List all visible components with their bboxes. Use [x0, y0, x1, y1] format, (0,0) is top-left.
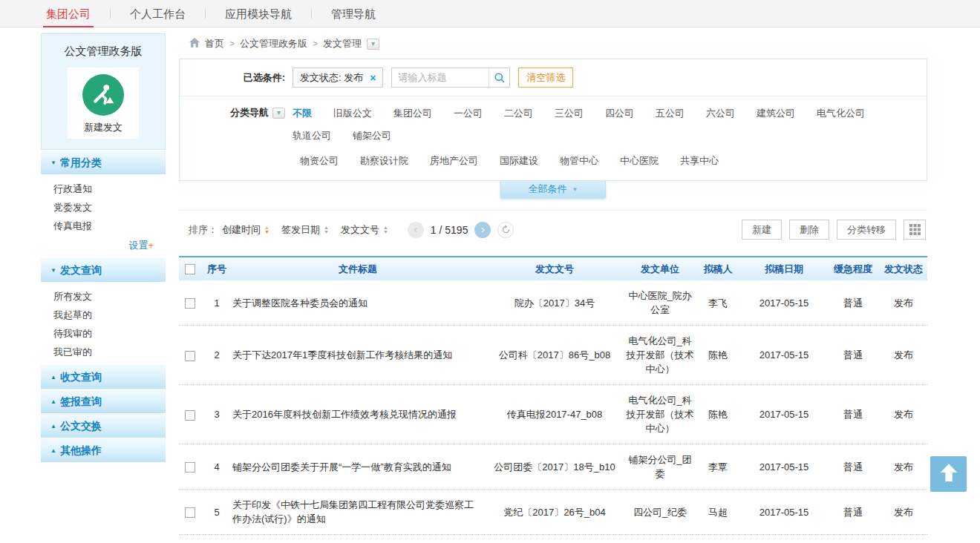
doc-title-link[interactable]: 关于调整医院各种委员会的通知	[232, 296, 483, 310]
doc-drafter: 陈艳	[694, 407, 742, 421]
sort-by-create-time-label: 创建时间	[222, 223, 261, 237]
doc-drafter: 李覃	[694, 460, 742, 474]
doc-urgency: 普通	[826, 296, 880, 310]
doc-status: 发布	[880, 505, 927, 519]
back-to-top-button[interactable]	[930, 456, 967, 492]
home-icon[interactable]	[189, 38, 200, 50]
doc-urgency: 普通	[826, 505, 880, 519]
category-item[interactable]: 五公司	[656, 106, 685, 121]
sidebar-item-admin-notice[interactable]: 行政通知	[41, 180, 166, 198]
doc-title-link[interactable]: 关于印发《中铁十七局集团第四工程有限公司党委巡察工作办法(试行)》的通知	[232, 498, 483, 526]
category-item[interactable]: 四公司	[605, 106, 634, 121]
doc-date: 2017-05-15	[742, 460, 826, 474]
category-item[interactable]: 轨道公司	[293, 128, 331, 143]
sidebar-item-party-doc[interactable]: 党委发文	[41, 198, 166, 217]
category-item-unlimited[interactable]: 不限	[293, 106, 312, 121]
doc-number: 公司科〔2017〕86号_b08	[483, 348, 626, 362]
category-item[interactable]: 物管中心	[560, 154, 598, 168]
row-checkbox[interactable]	[185, 462, 195, 473]
category-item[interactable]: 集团公司	[393, 106, 432, 121]
breadcrumb-level2[interactable]: 发文管理	[323, 37, 362, 50]
category-transfer-button[interactable]: 分类转移	[837, 220, 896, 240]
nav-item-group-company[interactable]: 集团公司	[27, 0, 110, 27]
prev-page-icon[interactable]	[408, 222, 424, 238]
row-number: 5	[201, 505, 232, 519]
new-button[interactable]: 新建	[742, 220, 782, 240]
refresh-icon[interactable]	[497, 222, 514, 238]
header-urgency: 缓急程度	[826, 263, 880, 276]
sidebar-item-reviewed-by-me[interactable]: 我已审的	[41, 343, 166, 361]
breadcrumb-dropdown-icon[interactable]	[367, 39, 379, 50]
select-all-checkbox[interactable]	[185, 264, 195, 274]
top-nav-bar: 集团公司 个人工作台 应用模块导航 管理导航	[0, 0, 980, 27]
sidebar-section-incoming-query[interactable]: 收文查询	[41, 364, 166, 389]
sidebar-item-my-drafts[interactable]: 我起草的	[41, 306, 166, 324]
close-icon[interactable]	[370, 73, 376, 83]
settings-plus-icon[interactable]: +	[148, 240, 154, 251]
search-icon[interactable]	[489, 68, 509, 87]
header-doc-number: 发文文号	[483, 263, 626, 276]
row-checkbox[interactable]	[185, 507, 195, 518]
doc-title-link[interactable]: 铺架分公司团委关于开展“一学一做”教育实践的通知	[232, 460, 483, 474]
nav-item-admin-nav[interactable]: 管理导航	[312, 0, 395, 27]
category-item[interactable]: 旧版公文	[333, 106, 372, 121]
delete-button[interactable]: 删除	[789, 220, 829, 240]
grid-view-icon[interactable]	[904, 220, 926, 240]
selected-conditions-label: 已选条件:	[180, 71, 293, 85]
sidebar-section-doc-exchange[interactable]: 公文交换	[41, 413, 166, 438]
doc-status: 发布	[880, 460, 927, 474]
all-conditions-button[interactable]: 全部条件	[500, 181, 606, 198]
inline-pager: 1 / 5195	[408, 222, 514, 238]
category-item[interactable]: 房地产公司	[430, 154, 478, 168]
next-page-icon[interactable]	[474, 222, 491, 238]
settings-link[interactable]: 设置	[128, 240, 148, 251]
sort-by-doc-number[interactable]: 发文文号	[341, 223, 388, 237]
doc-number: 党纪〔2017〕26号_b04	[483, 505, 626, 519]
clear-filters-button[interactable]: 清空筛选	[518, 68, 573, 88]
category-nav-dropdown-icon[interactable]	[272, 108, 285, 119]
category-item[interactable]: 电气化公司	[817, 106, 865, 121]
doc-title-link[interactable]: 关于2016年度科技创新工作绩效考核兑现情况的通报	[232, 407, 483, 421]
category-item[interactable]: 勘察设计院	[360, 154, 408, 168]
doc-unit: 电气化公司_科技开发部（技术中心）	[626, 393, 694, 435]
row-number: 4	[201, 460, 232, 474]
header-title: 文件标题	[232, 263, 483, 276]
category-item[interactable]: 三公司	[555, 106, 584, 121]
nav-item-app-modules[interactable]: 应用模块导航	[206, 0, 311, 27]
category-item[interactable]: 共享中心	[680, 154, 719, 168]
sort-by-issue-date[interactable]: 签发日期	[281, 223, 329, 237]
sidebar-title: 公文管理政务版	[42, 45, 165, 59]
category-item[interactable]: 一公司	[454, 106, 483, 121]
breadcrumb-home[interactable]: 首页	[205, 37, 224, 50]
category-item[interactable]: 建筑公司	[757, 106, 795, 121]
row-number: 3	[201, 407, 232, 421]
nav-item-personal-workbench[interactable]: 个人工作台	[111, 0, 205, 27]
sidebar-item-all-outgoing[interactable]: 所有发文	[41, 287, 166, 306]
sidebar-section-sign-report-query[interactable]: 签报查询	[41, 389, 166, 413]
doc-title-link[interactable]: 关于下达2017年1季度科技创新工作考核结果的通知	[232, 348, 483, 362]
category-nav-area: 分类导航 不限 旧版公文 集团公司 一公司 二公司 三公司 四公司 五公司 六公…	[180, 96, 927, 180]
category-item[interactable]: 二公司	[504, 106, 533, 121]
doc-number: 院办〔2017〕34号	[483, 296, 626, 310]
sidebar-section-other-operations[interactable]: 其他操作	[41, 438, 166, 462]
title-search-input[interactable]	[392, 72, 489, 83]
category-item[interactable]: 国际建设	[500, 154, 538, 168]
sidebar-item-pending-my-review[interactable]: 待我审的	[41, 324, 166, 343]
category-item[interactable]: 物资公司	[300, 154, 339, 168]
doc-number: 传真电报2017-47_b08	[483, 407, 626, 421]
row-checkbox[interactable]	[185, 298, 195, 309]
row-checkbox[interactable]	[185, 351, 195, 361]
new-doc-button[interactable]: 新建发文	[68, 68, 139, 139]
category-item[interactable]: 中心医院	[620, 154, 659, 168]
doc-date: 2017-05-15	[742, 407, 826, 421]
sidebar-section-outgoing-query[interactable]: 发文查询	[41, 257, 166, 282]
row-checkbox[interactable]	[185, 410, 195, 421]
category-item[interactable]: 铺架公司	[353, 128, 391, 143]
worker-icon	[82, 74, 124, 116]
breadcrumb-level1[interactable]: 公文管理政务版	[240, 37, 307, 50]
sidebar-section-common-categories[interactable]: 常用分类	[41, 150, 166, 174]
action-buttons: 新建 删除 分类转移	[742, 220, 926, 240]
category-item[interactable]: 六公司	[706, 106, 735, 121]
sidebar-item-fax-telegram[interactable]: 传真电报	[41, 217, 166, 235]
sort-by-create-time[interactable]: 创建时间	[222, 223, 270, 237]
